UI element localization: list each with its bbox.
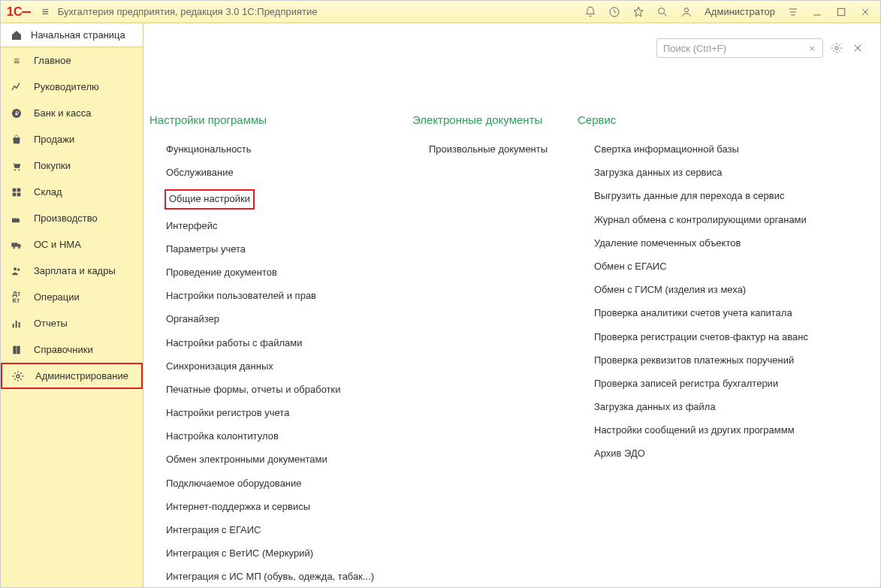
sidebar-item-label: ОС и НМА: [34, 239, 81, 250]
bars-icon: [10, 318, 23, 330]
star-icon[interactable]: [629, 3, 647, 21]
options-icon[interactable]: [784, 3, 802, 21]
link-item[interactable]: Подключаемое оборудование: [149, 474, 412, 493]
link-item[interactable]: Удаление помеченных объектов: [578, 234, 833, 253]
svg-point-2: [659, 8, 665, 14]
sidebar-item-label: Администрирование: [35, 370, 128, 381]
search-input[interactable]: [662, 42, 806, 55]
link-item[interactable]: Проверка реквизитов платежных поручений: [578, 351, 833, 370]
link-item[interactable]: Загрузка данных из файла: [578, 397, 833, 417]
sidebar-item-purchases[interactable]: Покупки: [1, 152, 143, 179]
sidebar-item-directories[interactable]: Справочники: [1, 336, 143, 363]
link-list-edocs: Произвольные документы: [412, 140, 578, 159]
history-icon[interactable]: [605, 3, 623, 21]
link-item[interactable]: Параметры учета: [149, 240, 412, 259]
column-head-settings: Настройки программы: [149, 113, 412, 126]
sidebar-item-reports[interactable]: Отчеты: [1, 310, 143, 336]
sidebar-item-label: Операции: [34, 291, 80, 303]
sidebar-item-administration[interactable]: Администрирование: [1, 363, 143, 389]
gear-icon: [11, 370, 25, 382]
people-icon: [10, 265, 23, 277]
link-item[interactable]: Печатные формы, отчеты и обработки: [149, 380, 412, 400]
sidebar-item-bank[interactable]: ₽ Банк и касса: [1, 100, 143, 126]
minimize-button[interactable]: [808, 3, 826, 21]
home-icon: [10, 29, 23, 41]
link-item[interactable]: Интерфейс: [149, 216, 412, 236]
column-head-service: Сервис: [578, 113, 833, 126]
link-item[interactable]: Настройки пользователей и прав: [149, 286, 412, 306]
svg-text:₽: ₽: [15, 110, 19, 116]
link-item[interactable]: Свертка информационной базы: [578, 140, 833, 159]
sidebar-home[interactable]: Начальная страница: [1, 23, 143, 47]
svg-rect-9: [13, 188, 17, 191]
link-item[interactable]: Настройки сообщений из других программм: [578, 421, 833, 440]
link-item[interactable]: Проверка регистрации счетов-фактур на ав…: [578, 327, 833, 347]
bag-icon: [10, 134, 23, 146]
search-clear[interactable]: ×: [806, 43, 818, 54]
link-item[interactable]: Интеграция с ВетИС (Меркурий): [149, 544, 412, 563]
close-panel-icon[interactable]: [850, 41, 865, 56]
link-item[interactable]: Проверка записей регистра бухгалтерии: [578, 374, 833, 394]
sidebar-item-manager[interactable]: Руководителю: [1, 74, 143, 100]
link-list-settings: Функциональность Обслуживание Общие наст…: [149, 140, 412, 587]
link-item[interactable]: Настройки работы с файлами: [149, 333, 412, 353]
link-item-highlighted-wrap: Общие настройки: [149, 186, 412, 212]
sidebar-item-warehouse[interactable]: Склад: [1, 179, 143, 205]
close-button[interactable]: [856, 3, 874, 21]
user-name: Администратор: [704, 6, 775, 17]
sidebar-item-label: Отчеты: [34, 318, 68, 329]
svg-rect-19: [16, 321, 17, 327]
bell-icon[interactable]: [581, 3, 599, 21]
truck-icon: [10, 239, 23, 251]
link-list-service: Свертка информационной базы Загрузка дан…: [578, 140, 833, 464]
sidebar-item-label: Производство: [34, 213, 98, 224]
svg-rect-0: [22, 11, 31, 13]
link-item[interactable]: Обслуживание: [149, 163, 412, 182]
link-item[interactable]: Интеграция с ИС МП (обувь, одежда, табак…: [149, 567, 412, 586]
titlebar: 1C ≡ Бухгалтерия предприятия, редакция 3…: [1, 1, 880, 23]
link-item[interactable]: Настройки регистров учета: [149, 403, 412, 423]
link-item[interactable]: Обмен с ЕГАИС: [578, 257, 833, 276]
link-item[interactable]: Выгрузить данные для перехода в сервис: [578, 186, 833, 206]
sidebar-item-assets[interactable]: ОС и НМА: [1, 231, 143, 258]
sidebar-item-label: Справочники: [34, 344, 93, 355]
chart-icon: [10, 81, 23, 93]
sidebar-item-label: Главное: [34, 55, 71, 66]
link-item[interactable]: Архив ЭДО: [578, 444, 833, 463]
maximize-button[interactable]: [832, 3, 850, 21]
sidebar-item-main[interactable]: ≡ Главное: [1, 47, 143, 74]
link-item[interactable]: Проведение документов: [149, 263, 412, 282]
sidebar-item-label: Руководителю: [34, 81, 99, 92]
svg-rect-4: [837, 8, 844, 15]
sidebar-item-hr[interactable]: Зарплата и кадры: [1, 258, 143, 284]
link-item[interactable]: Проверка аналитики счетов учета капитала: [578, 303, 833, 323]
svg-point-23: [17, 375, 20, 378]
main-content: × Настройки программы Функциональность О…: [143, 23, 880, 587]
search-icon[interactable]: [653, 3, 671, 21]
svg-point-7: [14, 169, 16, 170]
svg-rect-18: [13, 324, 14, 327]
menu-button[interactable]: ≡: [38, 5, 51, 19]
settings-icon[interactable]: [829, 41, 844, 56]
link-item[interactable]: Интеграция с ЕГАИС: [149, 520, 412, 540]
svg-point-3: [685, 8, 689, 11]
link-general-settings[interactable]: Общие настройки: [164, 189, 255, 209]
link-item[interactable]: Синхронизация данных: [149, 357, 412, 376]
link-item[interactable]: Интернет-поддержка и сервисы: [149, 497, 412, 517]
sidebar-item-sales[interactable]: Продажи: [1, 126, 143, 152]
link-item[interactable]: Функциональность: [149, 140, 412, 159]
link-item[interactable]: Органайзер: [149, 309, 412, 329]
column-edocs: Электронные документы Произвольные докум…: [412, 113, 578, 587]
link-item[interactable]: Обмен с ГИСМ (изделия из меха): [578, 280, 833, 300]
link-item[interactable]: Журнал обмена с контролирующими органами: [578, 210, 833, 230]
column-service: Сервис Свертка информационной базы Загру…: [578, 113, 833, 587]
sidebar-item-production[interactable]: Производство: [1, 205, 143, 231]
user-icon[interactable]: [677, 3, 695, 21]
app-title: Бухгалтерия предприятия, редакция 3.0 1С…: [58, 6, 318, 17]
link-item[interactable]: Загрузка данных из сервиса: [578, 163, 833, 182]
sidebar-item-operations[interactable]: ДтКт Операции: [1, 284, 143, 310]
link-item[interactable]: Произвольные документы: [412, 140, 578, 159]
link-item[interactable]: Обмен электронными документами: [149, 450, 412, 469]
sidebar-item-label: Банк и касса: [34, 107, 92, 119]
link-item[interactable]: Настройка колонтитулов: [149, 427, 412, 446]
